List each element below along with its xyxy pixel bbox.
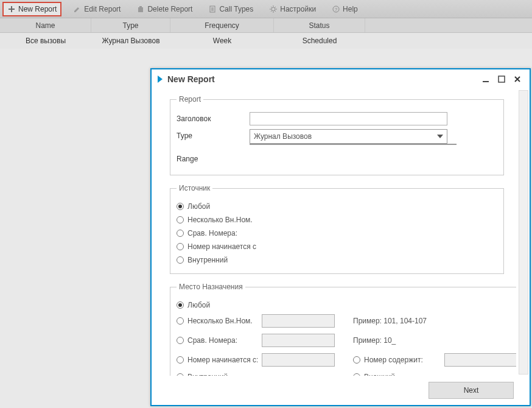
triangle-icon	[158, 76, 163, 83]
source-multi-label: Несколько Вн.Ном.	[187, 216, 253, 224]
type-dropdown-list: Журнал ВызововСтатистика Внутренних Номе…	[250, 144, 457, 145]
next-label: Next	[464, 386, 479, 395]
edit-report-label: Edit Report	[84, 5, 121, 13]
toolbar: New Report Edit Report Delete Report Cal…	[0, 0, 532, 18]
trash-icon	[136, 5, 145, 13]
dialog-title: New Report	[167, 74, 215, 84]
new-report-label: New Report	[18, 5, 57, 13]
destination-fieldset: Место Назначения Любой Несколько Вн.Ном.…	[170, 283, 516, 376]
source-legend: Источник	[177, 184, 212, 192]
gear-icon	[269, 5, 278, 13]
edit-report-button[interactable]: Edit Report	[69, 2, 125, 16]
radio-icon	[353, 356, 360, 364]
call-types-label: Call Types	[219, 5, 253, 13]
dest-starts-radio[interactable]: Номер начинается с:	[177, 356, 262, 364]
source-multi-radio[interactable]: Несколько Вн.Ном.	[177, 216, 497, 224]
scroll-up-icon[interactable]: ▲	[447, 144, 456, 145]
col-name[interactable]: Name	[0, 18, 91, 32]
col-frequency[interactable]: Frequency	[170, 18, 274, 32]
dest-multi-label: Несколько Вн.Ном.	[187, 317, 253, 325]
dest-external-radio[interactable]: Внешний	[353, 373, 444, 376]
cell-name: Все вызовы	[0, 33, 91, 49]
scroll-down-icon[interactable]: ▼	[447, 144, 456, 144]
pencil-icon	[73, 5, 82, 13]
delete-report-button[interactable]: Delete Report	[132, 2, 197, 16]
radio-icon	[177, 356, 184, 364]
type-combo-value: Журнал Вызовов	[254, 132, 437, 141]
source-fieldset: Источник Любой Несколько Вн.Ном. Срав. Н…	[170, 184, 504, 274]
dialog-titlebar[interactable]: New Report	[152, 69, 530, 89]
col-type[interactable]: Type	[91, 18, 170, 32]
type-combo-box[interactable]: Журнал Вызовов	[250, 129, 447, 144]
report-fieldset: Report Заголовок Type Журнал Вызовов Жур…	[170, 95, 504, 175]
chevron-down-icon	[437, 135, 443, 138]
radio-icon	[177, 337, 184, 344]
type-combo[interactable]: Журнал Вызовов Журнал ВызововСтатистика …	[250, 129, 447, 144]
range-label: Range	[177, 155, 250, 163]
dest-ref-radio[interactable]: Срав. Номера:	[177, 336, 262, 345]
dest-external-label: Внешний	[364, 373, 395, 376]
radio-icon	[353, 373, 360, 376]
report-legend: Report	[177, 95, 203, 104]
help-label: Help	[343, 5, 358, 13]
svg-rect-4	[483, 81, 489, 82]
type-label: Type	[177, 129, 250, 140]
dest-internal-radio[interactable]: Внутренний	[177, 373, 262, 376]
dest-ref-hint: Пример: 10_	[353, 336, 444, 345]
radio-icon	[177, 216, 184, 223]
dest-ref-input[interactable]	[262, 334, 335, 347]
source-internal-radio[interactable]: Внутренний	[177, 256, 497, 264]
cell-type: Журнал Вызовов	[91, 33, 170, 49]
radio-icon	[177, 203, 184, 210]
svg-rect-5	[499, 76, 505, 82]
dest-contains-radio[interactable]: Номер содержит:	[353, 356, 444, 364]
settings-button[interactable]: Настройки	[265, 2, 320, 16]
dest-any-radio[interactable]: Любой	[177, 301, 516, 309]
title-input[interactable]	[250, 112, 447, 125]
next-button[interactable]: Next	[429, 382, 514, 399]
help-button[interactable]: ? Help	[327, 2, 362, 16]
dest-starts-input[interactable]	[262, 353, 335, 367]
cell-status: Scheduled	[274, 33, 365, 49]
dialog-footer: Next	[152, 376, 530, 405]
radio-icon	[177, 230, 184, 237]
source-any-radio[interactable]: Любой	[177, 202, 497, 211]
source-starts-radio[interactable]: Номер начинается с	[177, 242, 497, 251]
plus-icon	[7, 5, 16, 13]
source-any-label: Любой	[187, 202, 210, 211]
radio-icon	[177, 301, 184, 309]
source-ref-label: Срав. Номера:	[187, 229, 237, 237]
svg-text:?: ?	[335, 7, 338, 12]
radio-icon	[177, 243, 184, 250]
radio-icon	[177, 373, 184, 376]
dest-multi-radio[interactable]: Несколько Вн.Ном.	[177, 317, 262, 325]
dest-multi-hint: Пример: 101, 104-107	[353, 317, 444, 325]
maximize-button[interactable]	[495, 73, 508, 85]
source-ref-radio[interactable]: Срав. Номера:	[177, 229, 497, 237]
dest-contains-label: Номер содержит:	[364, 356, 423, 364]
radio-icon	[177, 256, 184, 264]
dest-multi-input[interactable]	[262, 314, 335, 328]
dialog-scrollbar[interactable]	[519, 90, 528, 375]
dest-internal-label: Внутренний	[187, 373, 228, 376]
minimize-button[interactable]	[480, 73, 492, 85]
dest-any-label: Любой	[187, 301, 210, 309]
close-button[interactable]	[511, 73, 523, 85]
cell-freq: Week	[170, 33, 274, 49]
radio-icon	[177, 317, 184, 325]
dest-ref-label: Срав. Номера:	[187, 336, 237, 345]
help-icon: ?	[332, 5, 340, 13]
delete-report-label: Delete Report	[147, 5, 192, 13]
grid-header: Name Type Frequency Status	[0, 18, 532, 33]
col-status[interactable]: Status	[274, 18, 365, 32]
table-row[interactable]: Все вызовы Журнал Вызовов Week Scheduled	[0, 33, 532, 49]
title-label: Заголовок	[177, 114, 250, 123]
destination-legend: Место Назначения	[177, 283, 245, 291]
new-report-button[interactable]: New Report	[2, 2, 61, 16]
dest-contains-input[interactable]	[444, 353, 516, 367]
call-types-button[interactable]: Call Types	[204, 2, 257, 16]
new-report-dialog: New Report Report Заголовок Type	[150, 68, 531, 406]
settings-label: Настройки	[280, 5, 316, 13]
dest-starts-label: Номер начинается с:	[187, 356, 258, 364]
source-starts-label: Номер начинается с	[187, 242, 256, 251]
